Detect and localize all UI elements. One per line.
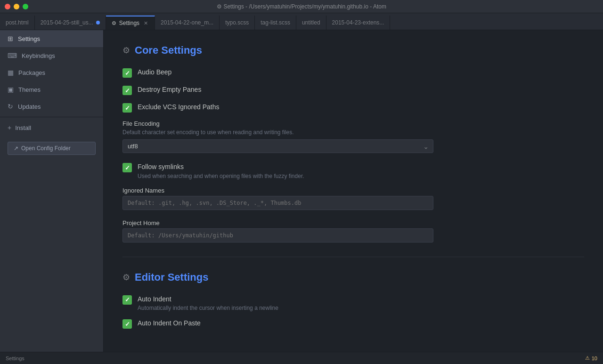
main-layout: ⊞ Settings ⌨ Keybindings ▦ Packages ▣ Th… xyxy=(0,30,603,352)
grid-icon: ⊞ xyxy=(8,35,13,42)
tab-label: 2015-04-23-extens... xyxy=(332,19,384,26)
tab-label: 2015-04-25-still_us... xyxy=(41,19,93,26)
editor-settings-header: ⚙ Editor Settings xyxy=(122,271,584,283)
core-settings-title: Core Settings xyxy=(135,44,202,57)
sidebar: ⊞ Settings ⌨ Keybindings ▦ Packages ▣ Th… xyxy=(0,30,104,352)
section-divider xyxy=(122,257,584,257)
file-encoding-select[interactable]: utf8 ascii utf16le utf16be latin1 xyxy=(122,139,433,153)
open-config-icon: ↗ xyxy=(14,145,18,152)
ignored-names-input[interactable] xyxy=(122,196,433,210)
status-bar: Settings ⚠ 10 xyxy=(0,352,603,364)
file-encoding-sublabel: Default character set encoding to use wh… xyxy=(122,129,584,136)
sidebar-item-keybindings[interactable]: ⌨ Keybindings xyxy=(0,47,103,64)
auto-indent-paste-checkbox[interactable] xyxy=(122,319,132,329)
tab-modified-indicator xyxy=(96,21,100,24)
package-icon: ▦ xyxy=(8,69,14,76)
file-encoding-select-wrapper: utf8 ascii utf16le utf16be latin1 xyxy=(122,139,433,153)
tab-bar: post.html 2015-04-25-still_us... ⚙ Setti… xyxy=(0,13,603,30)
open-config-button[interactable]: ↗ Open Config Folder xyxy=(8,142,96,155)
tab-close-button[interactable]: ✕ xyxy=(142,20,149,26)
sidebar-item-install[interactable]: + Install xyxy=(0,119,103,136)
warning-icon: ⚠ xyxy=(585,355,590,361)
status-text: Settings xyxy=(6,356,24,361)
sidebar-item-label: Settings xyxy=(18,35,40,42)
gear-icon-editor: ⚙ xyxy=(122,272,130,283)
destroy-empty-panes-checkbox[interactable] xyxy=(122,86,132,95)
close-button[interactable] xyxy=(5,4,10,9)
tab-typo-scss[interactable]: typo.scss xyxy=(220,16,255,30)
auto-indent-checkbox[interactable] xyxy=(122,295,132,305)
status-warning: ⚠ 10 xyxy=(585,355,597,361)
follow-symlinks-label: Follow symlinks xyxy=(138,162,304,172)
keyboard-icon: ⌨ xyxy=(8,52,17,59)
tab-tag-list-scss[interactable]: tag-list.scss xyxy=(255,16,296,30)
sidebar-item-packages[interactable]: ▦ Packages xyxy=(0,64,103,81)
tab-untitled[interactable]: untitled xyxy=(296,16,326,30)
tab-label: untitled xyxy=(302,19,320,26)
ignored-names-group: Ignored Names xyxy=(122,187,584,210)
audio-beep-label: Audio Beep xyxy=(138,68,171,77)
tab-2015-04-25[interactable]: 2015-04-25-still_us... xyxy=(35,16,106,30)
exclude-vcs-label: Exclude VCS Ignored Paths xyxy=(138,103,220,112)
minimize-button[interactable] xyxy=(14,4,19,9)
tab-post-html[interactable]: post.html xyxy=(0,16,35,30)
open-config-label: Open Config Folder xyxy=(21,145,71,152)
sidebar-item-updates[interactable]: ↻ Updates xyxy=(0,98,103,115)
updates-icon: ↻ xyxy=(8,103,13,110)
editor-settings-title: Editor Settings xyxy=(135,271,208,283)
plus-icon: + xyxy=(8,124,11,131)
tab-label: tag-list.scss xyxy=(261,19,290,26)
audio-beep-checkbox[interactable] xyxy=(122,68,132,78)
tab-label: Settings xyxy=(119,20,139,26)
core-settings-header: ⚙ Core Settings xyxy=(122,44,584,57)
sidebar-item-themes[interactable]: ▣ Themes xyxy=(0,81,103,98)
tab-label: post.html xyxy=(6,19,29,26)
project-home-group: Project Home xyxy=(122,219,584,243)
follow-symlinks-sublabel: Used when searching and when opening fil… xyxy=(138,173,304,179)
file-encoding-group: File Encoding Default character set enco… xyxy=(122,120,584,153)
tab-settings[interactable]: ⚙ Settings ✕ xyxy=(106,16,155,30)
file-encoding-label: File Encoding xyxy=(122,120,584,127)
title-text: ⚙ Settings - /Users/ymatuhin/Projects/my… xyxy=(217,3,386,10)
auto-indent-paste-row: Auto Indent On Paste xyxy=(122,319,584,329)
exclude-vcs-checkbox[interactable] xyxy=(122,103,132,113)
sidebar-item-label: Packages xyxy=(18,69,45,76)
tab-2015-04-22[interactable]: 2015-04-22-one_m... xyxy=(155,16,220,30)
sidebar-item-label: Keybindings xyxy=(22,52,55,59)
audio-beep-row: Audio Beep xyxy=(122,68,584,78)
follow-symlinks-text: Follow symlinks Used when searching and … xyxy=(138,162,304,179)
warning-count: 10 xyxy=(592,356,597,361)
auto-indent-text: Auto Indent Automatically indent the cur… xyxy=(138,295,278,312)
tab-2015-04-23[interactable]: 2015-04-23-extens... xyxy=(326,16,391,30)
sidebar-item-label: Updates xyxy=(18,103,41,110)
title-bar: ⚙ Settings - /Users/ymatuhin/Projects/my… xyxy=(0,0,603,13)
window-controls xyxy=(5,4,28,9)
sidebar-divider xyxy=(0,117,103,117)
sidebar-install-label: Install xyxy=(15,124,31,131)
settings-content: ⚙ Core Settings Audio Beep Destroy Empty… xyxy=(104,30,603,352)
themes-icon: ▣ xyxy=(8,86,14,93)
sidebar-item-label: Themes xyxy=(18,86,41,93)
tab-label: typo.scss xyxy=(225,19,249,26)
tab-label: 2015-04-22-one_m... xyxy=(161,19,213,26)
destroy-empty-panes-row: Destroy Empty Panes xyxy=(122,85,584,95)
follow-symlinks-row: Follow symlinks Used when searching and … xyxy=(122,162,584,179)
exclude-vcs-row: Exclude VCS Ignored Paths xyxy=(122,103,584,113)
project-home-input[interactable] xyxy=(122,228,433,243)
ignored-names-label: Ignored Names xyxy=(122,187,584,194)
destroy-empty-panes-label: Destroy Empty Panes xyxy=(138,85,201,95)
project-home-label: Project Home xyxy=(122,219,584,226)
auto-indent-row: Auto Indent Automatically indent the cur… xyxy=(122,295,584,312)
auto-indent-paste-label: Auto Indent On Paste xyxy=(138,319,201,328)
maximize-button[interactable] xyxy=(23,4,28,9)
follow-symlinks-checkbox[interactable] xyxy=(122,163,132,172)
sidebar-item-settings[interactable]: ⊞ Settings xyxy=(0,30,103,47)
gear-icon: ⚙ xyxy=(122,45,130,56)
auto-indent-label: Auto Indent xyxy=(138,295,278,304)
settings-tab-icon: ⚙ xyxy=(112,20,116,26)
auto-indent-sublabel: Automatically indent the cursor when ins… xyxy=(138,305,278,311)
